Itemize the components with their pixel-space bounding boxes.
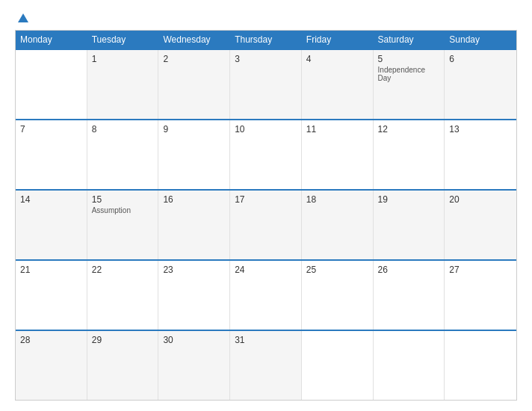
- day-cell: 12: [374, 120, 445, 189]
- day-header-thursday: Thursday: [230, 31, 302, 49]
- day-number: 20: [449, 194, 512, 205]
- day-cell: 9: [158, 120, 230, 189]
- day-header-monday: Monday: [16, 31, 87, 49]
- day-cell: [374, 331, 445, 400]
- day-number: 25: [306, 265, 368, 275]
- day-number: 11: [306, 124, 368, 135]
- day-header-wednesday: Wednesday: [158, 31, 230, 49]
- logo: [15, 13, 28, 22]
- day-header-tuesday: Tuesday: [87, 31, 159, 49]
- day-cell: 30: [158, 331, 230, 400]
- day-number: 15: [92, 194, 154, 205]
- day-cell: 25: [302, 261, 374, 330]
- day-cell: 16: [158, 191, 230, 259]
- day-cell: 28: [16, 331, 87, 400]
- day-cell: [302, 331, 374, 400]
- day-cell: 5Independence Day: [374, 50, 445, 119]
- day-number: 17: [235, 194, 297, 205]
- day-cell: 2: [158, 50, 230, 119]
- day-number: 8: [92, 124, 154, 135]
- day-number: 18: [306, 194, 368, 205]
- day-number: 3: [235, 54, 297, 64]
- day-cell: 27: [445, 261, 516, 330]
- day-number: 12: [378, 124, 440, 135]
- day-cell: 23: [158, 261, 230, 330]
- day-header-sunday: Sunday: [445, 31, 516, 49]
- logo-blue-text: [15, 13, 28, 22]
- day-cell: 7: [16, 120, 87, 189]
- day-number: 9: [163, 124, 225, 135]
- day-cell: 3: [230, 50, 302, 119]
- day-header-friday: Friday: [302, 31, 374, 49]
- day-cell: 15Assumption: [87, 191, 159, 259]
- day-cell: 6: [445, 50, 516, 119]
- day-cell: 4: [302, 50, 374, 119]
- day-number: 24: [235, 265, 297, 275]
- day-cell: 10: [230, 120, 302, 189]
- day-cell: 1: [87, 50, 159, 119]
- calendar-header: [15, 13, 517, 22]
- day-cell: 13: [445, 120, 516, 189]
- day-number: 16: [163, 194, 225, 205]
- day-number: 14: [20, 194, 82, 205]
- day-number: 1: [92, 54, 154, 64]
- week-row-1: 12345Independence Day6: [16, 49, 516, 119]
- day-number: 4: [306, 54, 368, 64]
- day-cell: 20: [445, 191, 516, 259]
- calendar-grid: MondayTuesdayWednesdayThursdayFridaySatu…: [15, 30, 517, 401]
- day-number: 10: [235, 124, 297, 135]
- day-cell: 14: [16, 191, 87, 259]
- day-cell: [445, 331, 516, 400]
- day-cell: 17: [230, 191, 302, 259]
- day-cell: 8: [87, 120, 159, 189]
- week-row-3: 1415Assumption1617181920: [16, 189, 516, 259]
- day-cell: 24: [230, 261, 302, 330]
- day-headers-row: MondayTuesdayWednesdayThursdayFridaySatu…: [16, 31, 516, 49]
- day-number: 5: [378, 54, 440, 64]
- day-number: 2: [163, 54, 225, 64]
- day-number: 23: [163, 265, 225, 275]
- day-cell: 19: [374, 191, 445, 259]
- day-cell: 21: [16, 261, 87, 330]
- day-cell: 18: [302, 191, 374, 259]
- day-number: 31: [235, 335, 297, 345]
- day-number: 30: [163, 335, 225, 345]
- day-cell: 31: [230, 331, 302, 400]
- day-number: 26: [378, 265, 440, 275]
- holiday-label: Assumption: [92, 206, 154, 214]
- week-row-2: 78910111213: [16, 119, 516, 189]
- day-number: 19: [378, 194, 440, 205]
- day-number: 27: [449, 265, 512, 275]
- day-cell: 11: [302, 120, 374, 189]
- day-cell: 22: [87, 261, 159, 330]
- logo-triangle-icon: [18, 13, 28, 22]
- day-number: 28: [20, 335, 82, 345]
- day-number: 22: [92, 265, 154, 275]
- week-row-4: 21222324252627: [16, 259, 516, 330]
- day-number: 29: [92, 335, 154, 345]
- day-cell: 29: [87, 331, 159, 400]
- day-number: 21: [20, 265, 82, 275]
- day-cell: 26: [374, 261, 445, 330]
- day-number: 7: [20, 124, 82, 135]
- holiday-label: Independence Day: [378, 66, 440, 82]
- day-number: 6: [449, 54, 512, 64]
- day-number: 13: [449, 124, 512, 135]
- week-row-5: 28293031: [16, 330, 516, 400]
- day-cell: [16, 50, 87, 119]
- day-header-saturday: Saturday: [374, 31, 445, 49]
- calendar-weeks: 12345Independence Day6789101112131415Ass…: [16, 49, 516, 400]
